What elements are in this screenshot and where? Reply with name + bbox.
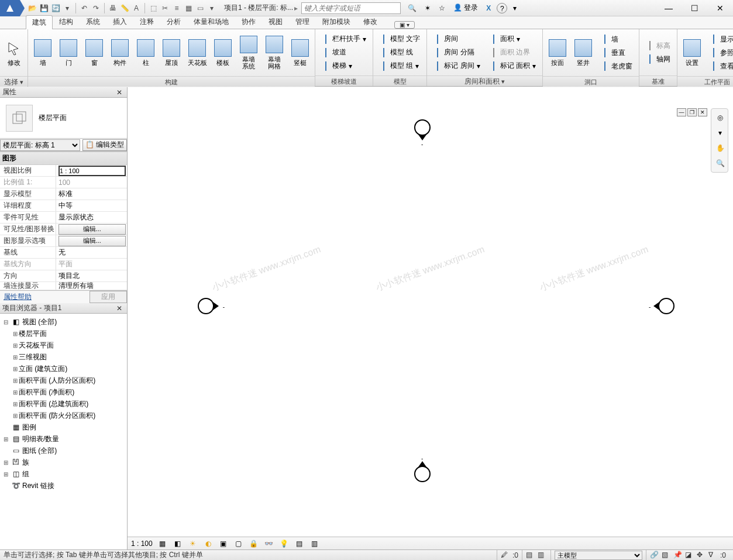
model-text-button[interactable]: 模型 文字 xyxy=(376,33,424,46)
crop-region-icon[interactable]: ▢ xyxy=(233,538,244,549)
filter-icon[interactable]: ▤ xyxy=(526,551,535,560)
tree-node-views[interactable]: ⊟◧视图 (全部) xyxy=(1,316,126,328)
tab-insert[interactable]: 插入 xyxy=(106,15,133,29)
shadows-icon[interactable]: ◐ xyxy=(203,538,214,549)
steering-wheel-icon[interactable]: ◎ xyxy=(714,111,727,124)
3d-icon[interactable]: ⬚ xyxy=(148,3,159,13)
apply-button[interactable]: 应用 xyxy=(90,291,127,303)
app-icon[interactable] xyxy=(0,0,20,16)
model-group-button[interactable]: 模型 组 ▾ xyxy=(376,60,424,73)
view-minimize-button[interactable]: — xyxy=(677,108,686,116)
pan-icon[interactable]: ✋ xyxy=(714,142,727,154)
select-face-icon[interactable]: ◪ xyxy=(685,551,694,560)
instance-selector[interactable]: 楼层平面: 标高 1 xyxy=(0,139,80,151)
tree-node[interactable]: ⊞面积平面 (总建筑面积) xyxy=(1,398,126,410)
tree-node[interactable]: ⊞面积平面 (净面积) xyxy=(1,386,126,398)
dormer-button[interactable]: 老虎窗 xyxy=(597,60,636,73)
show-workplane-button[interactable]: 显示 xyxy=(706,33,733,46)
type-selector[interactable]: 楼层平面 xyxy=(0,98,127,139)
temp-hide-icon[interactable]: 👓 xyxy=(264,538,274,549)
favorite-icon[interactable]: ☆ xyxy=(436,3,448,13)
close-icon[interactable]: ✕ xyxy=(114,304,125,312)
tree-node-groups[interactable]: ⊞◫组 xyxy=(1,468,126,480)
set-workplane-button[interactable]: 设置 xyxy=(680,30,704,75)
tree-node[interactable]: ⊞立面 (建筑立面) xyxy=(1,363,126,375)
model-line-button[interactable]: 模型 线 xyxy=(376,46,424,59)
view-restore-button[interactable]: ❐ xyxy=(687,108,697,116)
tab-analyze[interactable]: 分析 xyxy=(160,15,187,29)
viewer-button[interactable]: 查看器 xyxy=(706,60,733,73)
tab-annotate[interactable]: 注释 xyxy=(133,15,160,29)
detail-level-value[interactable]: 中等 xyxy=(56,201,127,211)
tree-node[interactable]: ⊞面积平面 (人防分区面积) xyxy=(1,375,126,386)
tab-structure[interactable]: 结构 xyxy=(53,15,80,29)
select-links-icon[interactable]: 🔗 xyxy=(650,551,659,560)
tag-area-button[interactable]: 标记 面积 ▾ xyxy=(486,60,540,73)
scale-button[interactable]: 1 : 100 xyxy=(131,540,153,548)
view-close-button[interactable]: ✕ xyxy=(698,108,707,116)
opening-wall-button[interactable]: 墙 xyxy=(597,33,636,46)
detail-level-icon[interactable]: ▦ xyxy=(157,538,168,549)
area-button[interactable]: 面积 ▾ xyxy=(486,33,540,46)
project-browser-tree[interactable]: ⊟◧视图 (全部) ⊞楼层平面 ⊞天花板平面 ⊞三维视图 ⊞立面 (建筑立面) … xyxy=(0,314,127,549)
editable-only-icon[interactable]: ▥ xyxy=(538,551,547,560)
thin-lines-icon[interactable]: ≡ xyxy=(171,3,182,13)
search-icon[interactable]: 🔍 xyxy=(405,3,419,13)
minimize-button[interactable]: — xyxy=(656,0,682,16)
grid-button[interactable]: 轴网 xyxy=(642,53,675,66)
tree-node[interactable]: ⊞三维视图 xyxy=(1,351,126,363)
switch-window-icon[interactable]: ▭ xyxy=(195,3,205,13)
ref-plane-button[interactable]: 参照 平面 xyxy=(706,46,733,59)
close-hidden-icon[interactable]: ▦ xyxy=(183,3,194,13)
reveal-hidden-icon[interactable]: 💡 xyxy=(279,538,290,549)
curtain-grid-button[interactable]: 幕墙 网格 xyxy=(262,30,287,75)
undo-icon[interactable]: ↶ xyxy=(79,3,90,13)
elevation-marker-north[interactable]: - xyxy=(414,119,431,136)
curtain-system-button[interactable]: 幕墙 系统 xyxy=(236,30,261,75)
display-model-value[interactable]: 标准 xyxy=(56,189,127,199)
close-icon[interactable]: ✕ xyxy=(114,88,125,97)
section-icon[interactable]: ✂ xyxy=(160,3,170,13)
level-button[interactable]: 标高 xyxy=(642,39,675,52)
select-underlay-icon[interactable]: ▧ xyxy=(662,551,671,560)
tab-modify[interactable]: 修改 xyxy=(357,15,384,29)
window-button[interactable]: 窗 xyxy=(82,30,106,75)
help-icon[interactable]: ? xyxy=(497,3,507,13)
tab-massing[interactable]: 体量和场地 xyxy=(187,15,235,29)
close-button[interactable]: ✕ xyxy=(707,0,733,16)
tab-collaborate[interactable]: 协作 xyxy=(235,15,262,29)
room-button[interactable]: 房间 xyxy=(429,33,484,46)
tree-node-links[interactable]: ➰Revit 链接 xyxy=(1,480,126,492)
ramp-button[interactable]: 坡道 xyxy=(318,46,370,59)
elevation-marker-east[interactable]: - xyxy=(658,298,675,314)
tree-node[interactable]: ⊞天花板平面 xyxy=(1,339,126,351)
orientation-value[interactable]: 项目北 xyxy=(56,271,127,281)
sync-icon[interactable]: 🔄 xyxy=(50,3,61,13)
door-button[interactable]: 门 xyxy=(56,30,81,75)
properties-help-link[interactable]: 属性帮助 xyxy=(0,291,90,303)
stair-button[interactable]: 楼梯 ▾ xyxy=(318,60,370,73)
sun-path-icon[interactable]: ☀ xyxy=(188,538,198,549)
crop-view-icon[interactable]: ▣ xyxy=(218,538,229,549)
room-separator-button[interactable]: 房间 分隔 xyxy=(429,46,484,59)
tab-view[interactable]: 视图 xyxy=(262,15,289,29)
tree-node-sheets[interactable]: ▭图纸 (全部) xyxy=(1,445,126,456)
roof-button[interactable]: 屋顶 xyxy=(159,30,184,75)
maximize-button[interactable]: ☐ xyxy=(682,0,707,16)
filter-count-icon[interactable]: ∇ xyxy=(708,551,718,560)
railing-button[interactable]: 栏杆扶手 ▾ xyxy=(318,33,370,46)
visibility-override-button[interactable]: 编辑... xyxy=(58,224,126,235)
parts-visibility-value[interactable]: 显示原状态 xyxy=(56,212,127,222)
login-button[interactable]: 👤 登录 xyxy=(451,2,480,14)
exchange-icon[interactable]: X xyxy=(484,3,493,13)
tab-addins[interactable]: 附加模块 xyxy=(316,15,357,29)
component-button[interactable]: 构件 xyxy=(108,30,132,75)
by-face-button[interactable]: 按面 xyxy=(545,30,570,75)
area-boundary-button[interactable]: 面积 边界 xyxy=(486,46,540,59)
measure-icon[interactable]: 📏 xyxy=(119,3,130,13)
help-search-input[interactable] xyxy=(301,2,401,14)
tree-node[interactable]: ⊞面积平面 (防火分区面积) xyxy=(1,410,126,421)
tree-node-legends[interactable]: ▦图例 xyxy=(1,421,126,433)
graphic-options-button[interactable]: 编辑... xyxy=(58,236,126,246)
modify-button[interactable]: 修改 xyxy=(2,30,25,75)
